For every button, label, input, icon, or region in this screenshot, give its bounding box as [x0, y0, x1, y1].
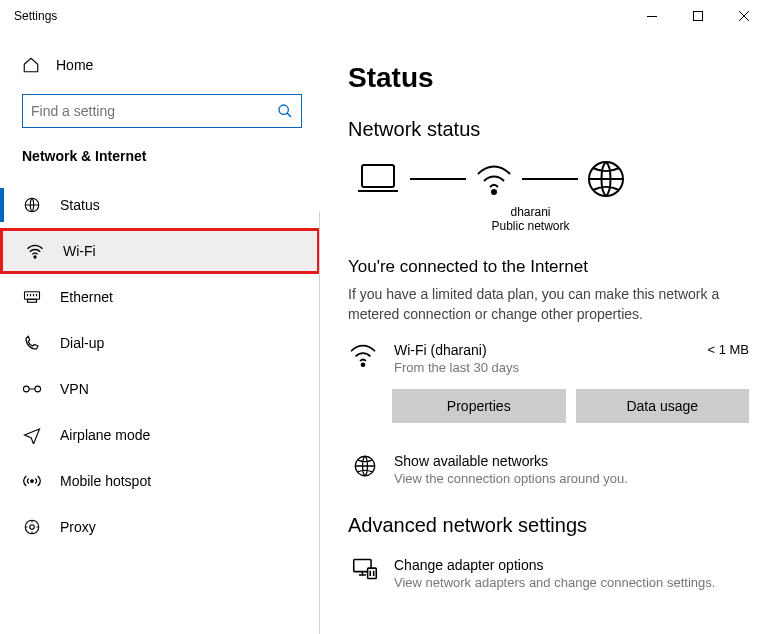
search-box[interactable]: [22, 94, 302, 128]
sidebar: Home Network & Internet Status Wi-Fi Eth…: [0, 32, 320, 634]
ssid-label: dharani: [320, 205, 749, 219]
laptop-icon: [354, 161, 402, 197]
svg-point-4: [34, 256, 36, 258]
adapter-title: Change adapter options: [394, 557, 715, 573]
home-icon: [22, 56, 40, 74]
globe-icon: [352, 453, 378, 479]
svg-point-15: [362, 363, 365, 366]
svg-point-9: [31, 480, 34, 483]
globe-icon: [586, 159, 626, 199]
nav-label: Dial-up: [60, 335, 104, 351]
airplane-icon: [22, 426, 42, 444]
nav-label: VPN: [60, 381, 89, 397]
svg-point-2: [279, 105, 288, 114]
svg-point-11: [30, 525, 35, 530]
advanced-settings-heading: Advanced network settings: [348, 514, 749, 537]
status-icon: [22, 196, 42, 214]
adapter-icon: [352, 557, 378, 581]
wifi-icon: [25, 243, 45, 259]
sidebar-section-heading: Network & Internet: [0, 148, 320, 182]
search-icon: [277, 103, 293, 119]
nav-label: Ethernet: [60, 289, 113, 305]
nav-label: Proxy: [60, 519, 96, 535]
nav-item-airplane[interactable]: Airplane mode: [0, 412, 320, 458]
svg-rect-1: [694, 12, 703, 21]
svg-point-7: [23, 386, 29, 392]
connection-line: [522, 178, 578, 180]
svg-rect-5: [25, 292, 40, 300]
svg-rect-18: [368, 568, 377, 578]
window-controls: [629, 0, 767, 32]
connection-subtitle: From the last 30 days: [394, 360, 691, 375]
connected-description: If you have a limited data plan, you can…: [348, 285, 749, 324]
proxy-icon: [22, 518, 42, 536]
window-title: Settings: [10, 9, 629, 23]
nav-item-hotspot[interactable]: Mobile hotspot: [0, 458, 320, 504]
svg-rect-0: [647, 16, 657, 17]
adapter-subtitle: View network adapters and change connect…: [394, 575, 715, 590]
svg-rect-6: [28, 299, 37, 302]
nav-label: Mobile hotspot: [60, 473, 151, 489]
connection-row: Wi-Fi (dharani) From the last 30 days < …: [348, 342, 749, 375]
nav-item-status[interactable]: Status: [0, 182, 320, 228]
svg-rect-12: [362, 165, 394, 187]
sidebar-divider: [319, 212, 320, 634]
nav-item-wifi[interactable]: Wi-Fi: [0, 228, 320, 274]
properties-button[interactable]: Properties: [392, 389, 566, 423]
home-label: Home: [56, 57, 93, 73]
maximize-button[interactable]: [675, 0, 721, 32]
nav-item-dialup[interactable]: Dial-up: [0, 320, 320, 366]
data-usage-button[interactable]: Data usage: [576, 389, 750, 423]
vpn-icon: [22, 382, 42, 396]
page-title: Status: [348, 62, 749, 94]
network-diagram: [348, 159, 749, 199]
connection-name: Wi-Fi (dharani): [394, 342, 691, 358]
nav-label: Airplane mode: [60, 427, 150, 443]
svg-point-8: [35, 386, 41, 392]
wifi-node-icon: [474, 162, 514, 196]
minimize-button[interactable]: [629, 0, 675, 32]
connection-line: [410, 178, 466, 180]
search-input[interactable]: [31, 103, 277, 119]
nav-item-proxy[interactable]: Proxy: [0, 504, 320, 550]
connected-title: You're connected to the Internet: [348, 257, 749, 277]
nav-label: Status: [60, 197, 100, 213]
nav-label: Wi-Fi: [63, 243, 96, 259]
show-networks-subtitle: View the connection options around you.: [394, 471, 628, 486]
titlebar: Settings: [0, 0, 777, 32]
nav-item-ethernet[interactable]: Ethernet: [0, 274, 320, 320]
change-adapter-link[interactable]: Change adapter options View network adap…: [348, 557, 749, 590]
content-area: Status Network status dharani Public net…: [320, 32, 777, 634]
dialup-icon: [22, 334, 42, 352]
wifi-icon: [348, 342, 378, 368]
show-networks-title: Show available networks: [394, 453, 628, 469]
close-button[interactable]: [721, 0, 767, 32]
nav-item-vpn[interactable]: VPN: [0, 366, 320, 412]
ethernet-icon: [22, 289, 42, 305]
network-type-label: Public network: [320, 219, 749, 233]
svg-point-13: [492, 190, 496, 194]
home-link[interactable]: Home: [0, 50, 320, 94]
show-networks-link[interactable]: Show available networks View the connect…: [348, 453, 749, 486]
hotspot-icon: [22, 473, 42, 489]
data-usage-value: < 1 MB: [707, 342, 749, 357]
network-status-heading: Network status: [348, 118, 749, 141]
network-diagram-labels: dharani Public network: [320, 205, 749, 233]
